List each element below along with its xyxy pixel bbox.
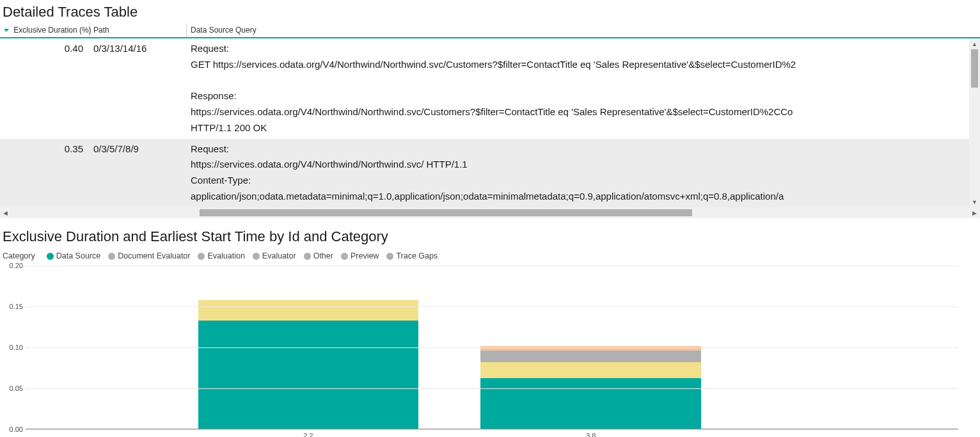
- legend-item-label: Evaluator: [262, 251, 296, 260]
- legend-item-label: Document Evaluator: [118, 251, 190, 260]
- column-header-path[interactable]: Path: [90, 23, 187, 37]
- chart-plot[interactable]: 0.000.050.100.150.20: [26, 266, 958, 429]
- legend-swatch-icon: [304, 253, 311, 260]
- legend-item-label: Other: [313, 251, 333, 260]
- scrollbar-track[interactable]: [11, 207, 969, 218]
- legend-swatch-icon: [108, 253, 115, 260]
- scroll-up-icon[interactable]: ▲: [969, 38, 980, 49]
- legend-item[interactable]: Evaluation: [198, 251, 244, 260]
- chart-title: Exclusive Duration and Earliest Start Ti…: [3, 225, 977, 248]
- cell-path: 0/3/13/14/16: [90, 38, 187, 139]
- chart-area: 0.000.050.100.150.20 2.23.8: [3, 266, 977, 437]
- legend-label: Category: [3, 251, 35, 260]
- x-axis-tick: 3.8: [586, 432, 596, 437]
- scrollbar-thumb[interactable]: [971, 49, 978, 88]
- chart-legend: Category Data SourceDocument EvaluatorEv…: [3, 248, 977, 266]
- chart-gridline: [26, 347, 958, 348]
- column-header-duration-label: Exclusive Duration (%): [13, 26, 91, 35]
- y-axis-tick: 0.00: [4, 425, 23, 433]
- chart-bar-segment: [480, 378, 701, 429]
- legend-item-label: Data Source: [56, 251, 100, 260]
- legend-item[interactable]: Document Evaluator: [108, 251, 190, 260]
- column-header-query[interactable]: Data Source Query: [187, 23, 980, 37]
- legend-swatch-icon: [47, 253, 54, 260]
- scrollbar-thumb[interactable]: [200, 209, 692, 216]
- chart-section: Exclusive Duration and Earliest Start Ti…: [0, 218, 980, 437]
- table-body: 0.40 0/3/13/14/16 Request: GET https://s…: [0, 38, 980, 207]
- y-axis-tick: 0.05: [4, 385, 23, 392]
- vertical-scrollbar[interactable]: ▲ ▼: [969, 38, 980, 207]
- table-row[interactable]: 0.35 0/3/5/7/8/9 Request: https://servic…: [0, 139, 980, 207]
- traces-table: Exclusive Duration (%) Path Data Source …: [0, 23, 980, 218]
- chart-gridline: [26, 266, 958, 266]
- horizontal-scrollbar[interactable]: ◀ ▶: [0, 207, 980, 218]
- chart-bar-segment: [480, 351, 701, 362]
- chart-gridline: [26, 429, 958, 430]
- sort-desc-icon: [4, 29, 9, 32]
- chart-bar-segment: [480, 362, 701, 377]
- cell-query: Request: GET https://services.odata.org/…: [187, 38, 980, 139]
- y-axis-tick: 0.20: [4, 262, 23, 269]
- y-axis-tick: 0.15: [4, 303, 23, 310]
- chart-gridline: [26, 306, 958, 307]
- chart-bar-segment: [198, 321, 419, 429]
- table-header-row: Exclusive Duration (%) Path Data Source …: [0, 23, 980, 38]
- legend-swatch-icon: [341, 253, 348, 260]
- scroll-left-icon[interactable]: ◀: [0, 207, 11, 218]
- legend-swatch-icon: [253, 253, 260, 260]
- chart-bar-segment: [480, 346, 701, 351]
- chart-bar-segment: [198, 300, 419, 321]
- scroll-down-icon[interactable]: ▼: [969, 196, 980, 207]
- cell-duration: 0.35: [0, 139, 90, 207]
- cell-query: Request: https://services.odata.org/V4/N…: [187, 139, 980, 207]
- scroll-right-icon[interactable]: ▶: [969, 207, 980, 218]
- chart-gridline: [26, 388, 958, 389]
- legend-item-label: Trace Gaps: [396, 251, 438, 260]
- legend-swatch-icon: [386, 253, 393, 260]
- y-axis-tick: 0.10: [4, 344, 23, 351]
- legend-item[interactable]: Data Source: [47, 251, 100, 260]
- legend-item[interactable]: Other: [304, 251, 333, 260]
- cell-path: 0/3/5/7/8/9: [90, 139, 187, 207]
- table-title: Detailed Traces Table: [0, 0, 980, 23]
- x-axis-tick: 2.2: [303, 432, 313, 437]
- legend-item[interactable]: Evaluator: [253, 251, 296, 260]
- legend-item-label: Preview: [351, 251, 379, 260]
- column-header-duration[interactable]: Exclusive Duration (%): [0, 23, 90, 37]
- legend-swatch-icon: [198, 253, 205, 260]
- legend-item-label: Evaluation: [207, 251, 244, 260]
- table-row[interactable]: 0.40 0/3/13/14/16 Request: GET https://s…: [0, 38, 980, 139]
- cell-duration: 0.40: [0, 38, 90, 139]
- legend-item[interactable]: Trace Gaps: [386, 251, 438, 260]
- legend-item[interactable]: Preview: [341, 251, 379, 260]
